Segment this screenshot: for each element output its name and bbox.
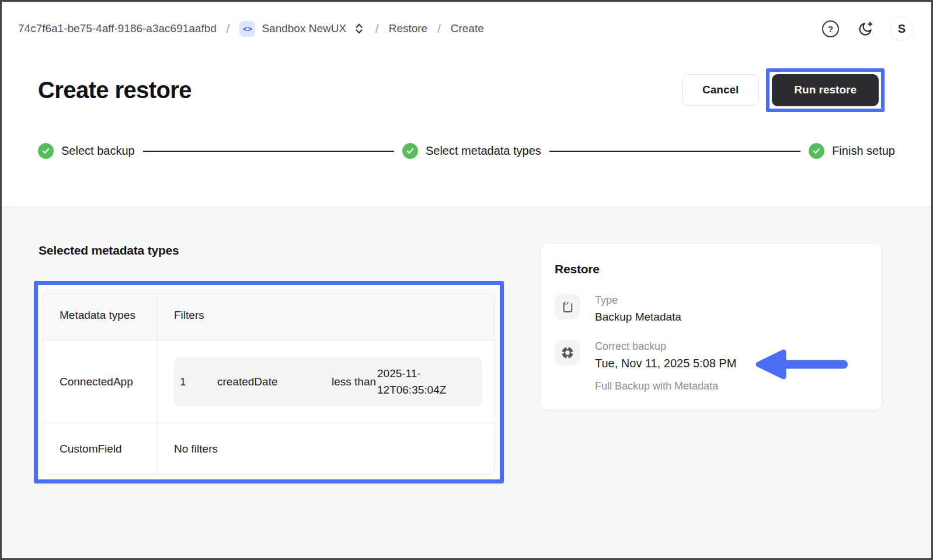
help-icon[interactable]: ? <box>822 20 839 37</box>
table-highlight-box: Metadata types Filters ConnectedApp 1 cr… <box>34 281 504 484</box>
environment-selector[interactable]: <> Sandbox NewUX <box>239 21 365 37</box>
item-label: Type <box>595 294 681 307</box>
breadcrumb-org-id[interactable]: 74c7f6a1-be75-4aff-9186-a3ac691aafbd <box>18 22 217 35</box>
run-restore-button[interactable]: Run restore <box>772 74 879 106</box>
item-sub-label: Full Backup with Metadata <box>595 380 736 392</box>
metadata-types-table: Metadata types Filters ConnectedApp 1 cr… <box>43 290 495 475</box>
main-content: Selected metadata types Metadata types F… <box>2 207 931 558</box>
check-circle-icon <box>402 143 418 159</box>
check-circle-icon <box>809 143 824 159</box>
stepper-step-label: Finish setup <box>832 144 895 158</box>
summary-item-text: Correct backup Tue, Nov 11, 2025 5:08 PM… <box>595 340 736 392</box>
selected-metadata-section: Selected metadata types Metadata types F… <box>34 242 504 484</box>
stepper: Select backup Select metadata types Fini… <box>2 143 931 159</box>
item-value: Tue, Nov 11, 2025 5:08 PM <box>595 357 736 370</box>
run-restore-highlight-box: Run restore <box>766 68 885 112</box>
breadcrumb-create[interactable]: Create <box>451 22 484 35</box>
filters-cell: No filters <box>158 423 495 474</box>
breadcrumb: 74c7f6a1-be75-4aff-9186-a3ac691aafbd / <… <box>2 2 931 55</box>
breadcrumb-separator: / <box>437 22 441 36</box>
filter-index: 1 <box>180 375 217 388</box>
annotation-arrow-left-icon <box>753 347 851 381</box>
stepper-connector <box>143 151 394 152</box>
column-header-metadata-types: Metadata types <box>43 290 158 340</box>
stepper-step-label: Select backup <box>61 144 135 158</box>
cancel-button[interactable]: Cancel <box>682 74 759 106</box>
summary-item-text: Type Backup Metadata <box>595 294 681 324</box>
stepper-connector <box>549 151 800 152</box>
filter-field: createdDate <box>217 375 332 388</box>
metadata-type-cell: CustomField <box>43 423 158 474</box>
user-avatar[interactable]: S <box>890 17 914 41</box>
filters-cell: 1 createdDate less than 2025-11-12T06:35… <box>158 340 495 423</box>
summary-item-type: Type Backup Metadata <box>555 294 865 324</box>
column-header-filters: Filters <box>158 290 495 340</box>
title-row: Create restore Cancel Run restore <box>2 64 931 116</box>
stepper-step-label: Select metadata types <box>426 144 541 158</box>
stepper-step-finish-setup[interactable]: Finish setup <box>809 143 895 159</box>
environment-name: Sandbox NewUX <box>262 22 346 35</box>
dark-mode-moon-icon[interactable] <box>858 21 873 37</box>
metadata-type-cell: ConnectedApp <box>43 340 158 423</box>
stepper-step-select-backup[interactable]: Select backup <box>38 143 135 159</box>
table-row: CustomField No filters <box>43 423 495 474</box>
stepper-step-select-metadata-types[interactable]: Select metadata types <box>402 143 541 159</box>
lifebuoy-icon <box>555 340 580 366</box>
filter-value: 2025-11-12T06:35:04Z <box>377 366 466 398</box>
chevron-up-down-icon[interactable] <box>353 22 365 36</box>
table-header-row: Metadata types Filters <box>43 290 495 340</box>
card-title: Restore <box>555 262 865 276</box>
page-title: Create restore <box>38 77 192 103</box>
breadcrumb-separator: / <box>227 22 230 36</box>
breadcrumb-restore[interactable]: Restore <box>389 22 428 35</box>
check-circle-icon <box>38 143 54 159</box>
code-icon: <> <box>239 21 255 37</box>
filter-operator: less than <box>332 375 377 388</box>
filter-chip: 1 createdDate less than 2025-11-12T06:35… <box>174 357 482 406</box>
item-label: Correct backup <box>595 340 736 353</box>
section-title: Selected metadata types <box>39 244 504 258</box>
app-window: 74c7f6a1-be75-4aff-9186-a3ac691aafbd / <… <box>0 0 933 560</box>
page-actions: Cancel Run restore <box>682 68 885 112</box>
table-row: ConnectedApp 1 createdDate less than 202… <box>43 340 495 423</box>
item-value: Backup Metadata <box>595 311 681 324</box>
restore-summary-card: Restore Type Backup Metadata <box>540 243 882 411</box>
breadcrumb-separator: / <box>375 22 379 36</box>
metadata-backup-icon <box>555 294 580 319</box>
